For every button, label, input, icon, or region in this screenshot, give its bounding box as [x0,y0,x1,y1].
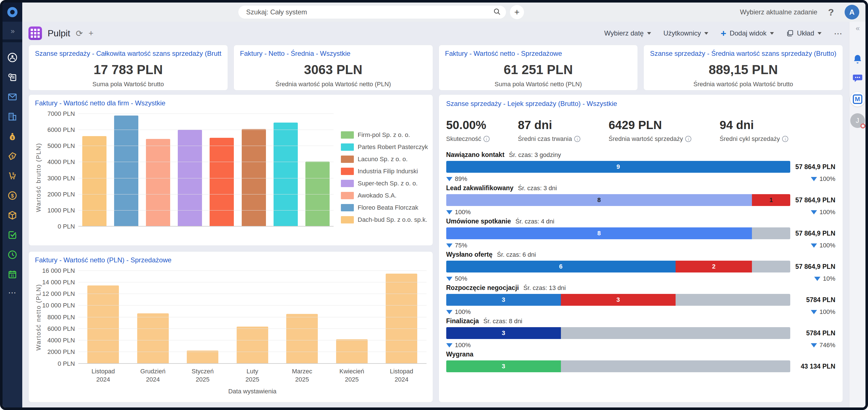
date-filter[interactable]: Wybierz datę [604,29,651,37]
users-filter[interactable]: Użytkownicy [663,29,708,37]
legend-label: Partes Robert Pasterczyk [358,144,428,151]
bar[interactable] [274,123,298,226]
legend-item[interactable]: Partes Robert Pasterczyk [341,144,427,151]
layout-button[interactable]: Układ [786,29,822,37]
triangle-down-icon [811,177,817,181]
time-icon[interactable] [7,250,18,260]
chart-title[interactable]: Szanse sprzedaży - Lejek sprzedaży (Brut… [446,100,836,108]
app-logo[interactable] [3,3,22,22]
legend-item[interactable]: Awokado S.A. [341,192,427,199]
chart-title[interactable]: Faktury - Wartość netto (PLN) - Sprzedaż… [35,256,427,264]
kpi-card-title[interactable]: Szanse sprzedaży - Średnia wartość szans… [650,50,836,58]
stage-bar-segment[interactable]: 9 [446,161,790,173]
chevron-down-icon [817,32,822,35]
tasks-icon[interactable] [7,230,18,240]
search-input[interactable] [246,8,493,16]
calendar-icon[interactable]: 31 [7,270,18,280]
triangle-down-icon [446,210,453,215]
deals-icon[interactable]: $ [7,131,18,141]
stage-bar-segment[interactable]: 3 [446,294,561,306]
info-icon[interactable]: i [782,136,788,142]
bar[interactable] [386,274,417,364]
legend-item[interactable]: Dach-bud Sp. z o.o. sp.k. [341,216,427,223]
stage-bar-segment[interactable]: 2 [676,261,752,273]
kpi-card-title[interactable]: Szanse sprzedaży - Całkowita wartość sza… [35,50,221,58]
y-axis: 0 PLN2000 PLN4000 PLN6000 PLN8000 PLN10 … [44,271,78,364]
sidebar-more-icon[interactable]: … [8,289,17,292]
orders-icon[interactable]: $ [7,171,18,181]
bar-slot [327,271,377,364]
kpi-subtitle: Średnia wartość pola Wartość netto (PLN) [240,81,427,88]
kpi-card-title[interactable]: Faktury - Wartość netto - Sprzedażowe [445,50,632,58]
legend-item[interactable]: Super-tech Sp. z o. o. [341,180,427,187]
bar[interactable] [237,326,268,364]
mail-icon[interactable] [7,92,18,102]
app-shortcut-icon[interactable]: M [850,92,865,106]
bar[interactable] [336,339,368,364]
user-avatar[interactable]: A [845,5,859,20]
add-view-button[interactable]: +Dodaj widok [721,29,774,37]
legend-item[interactable]: Floreo Beata Florczak [341,204,427,211]
bar[interactable] [146,139,170,226]
activities-icon[interactable] [7,72,18,82]
stage-bar-segment[interactable]: 3 [446,327,561,339]
stage-bar-segment[interactable]: 6 [446,261,676,273]
sidebar-expand-icon[interactable]: » [11,27,14,35]
legend-item[interactable]: Firm-pol Sp. z o. o. [341,131,427,139]
stage-bar-track: 9 [446,161,790,173]
contacts-icon[interactable] [7,53,18,63]
gridline [78,146,334,146]
dashboard-grid-icon[interactable] [28,27,42,40]
y-axis: 0 PLN1000 PLN2000 PLN3000 PLN4000 PLN500… [44,114,78,226]
triangle-down-icon [811,244,817,248]
info-icon[interactable]: i [574,136,580,142]
legend-item[interactable]: Industria Filip Indurski [341,168,427,175]
stage-bar-segment[interactable]: 8 [446,227,752,239]
notifications-icon[interactable] [852,54,863,66]
stage-bar-segment[interactable]: 1 [752,194,790,206]
legend-label: Super-tech Sp. z o. o. [358,180,418,187]
help-icon[interactable]: ? [828,7,834,18]
conversion-marker: 100% [811,175,835,183]
stage-bar-segment[interactable]: 8 [446,194,752,206]
quick-add-button[interactable]: + [510,5,524,19]
finance-icon[interactable]: $ [7,190,18,201]
global-search[interactable] [238,6,506,19]
bar[interactable] [286,314,318,364]
conversion-marker: 100% [811,242,835,249]
funnel-kpis: 50.00% Skutecznośći 87 dni Średni czas t… [446,118,836,143]
bar-slot [178,271,228,364]
add-widget-icon[interactable]: + [89,28,94,38]
more-options-icon[interactable]: ⋯ [834,28,843,38]
kpi-label: Średni cykl sprzedażyi [719,135,788,143]
legend-item[interactable]: Lacuno Sp. z o. o. [341,156,427,163]
kpi-card-title[interactable]: Faktury - Netto - Średnia - Wszystkie [240,50,427,58]
secondary-avatar[interactable]: J [850,113,865,128]
page-title: Pulpit [48,28,70,39]
offers-icon[interactable]: $ [7,151,18,161]
gridline [78,210,334,211]
sidebar: » $ $ $ $ 31 … [3,3,22,407]
rail-collapse-icon[interactable]: « [856,24,859,33]
stage-header: Rozpoczęcie negocjacjiŚr. czas: 13 dni [446,284,836,292]
refresh-icon[interactable]: ⟳ [76,28,83,38]
stage-bar-segment[interactable]: 3 [561,294,676,306]
info-icon[interactable]: i [685,136,691,142]
bar-slot [78,114,110,226]
chat-icon[interactable] [852,73,863,85]
products-icon[interactable] [7,210,18,220]
legend-swatch [341,216,354,223]
search-icon[interactable] [493,8,501,17]
bar[interactable] [187,351,218,364]
y-axis-tick: 8000 PLN [47,314,75,321]
info-icon[interactable]: i [484,136,490,142]
bar[interactable] [210,138,234,226]
legend-swatch [341,168,354,175]
bar[interactable] [82,136,106,226]
companies-icon[interactable] [7,112,18,122]
current-task-selector[interactable]: Wybierz aktualne zadanie [740,8,817,16]
stage-bar-segment[interactable]: 3 [446,360,561,372]
x-axis-label: Data wystawienia [78,388,427,395]
chart-title[interactable]: Faktury - Wartość netto dla firm - Wszys… [35,99,427,107]
bar[interactable] [137,313,169,364]
